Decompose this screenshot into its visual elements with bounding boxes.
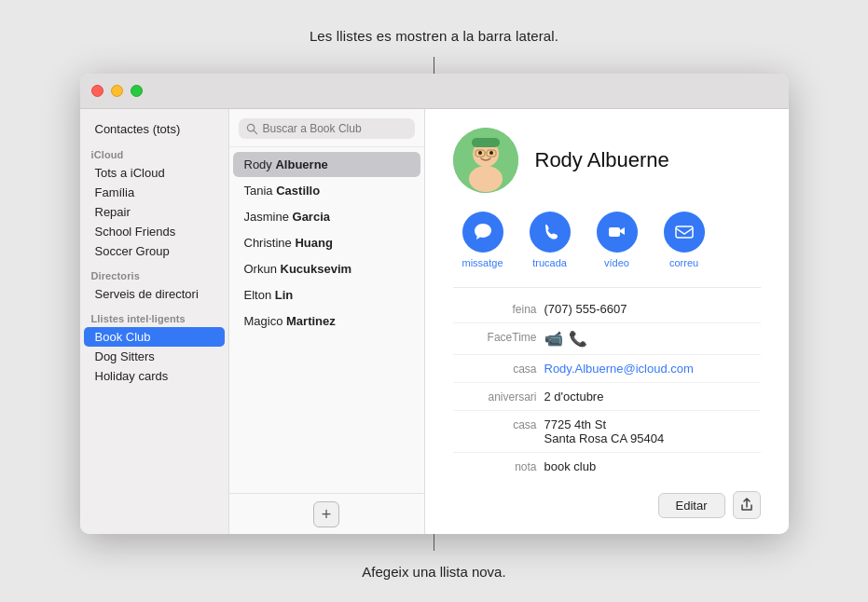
annotation-top: Les llistes es mostren a la barra latera… xyxy=(310,28,558,44)
list-item[interactable]: Magico Martinez xyxy=(233,308,420,334)
sidebar-section-llistes: Llistes intel·ligents xyxy=(80,304,228,327)
field-nota: nota book club xyxy=(453,453,761,480)
sidebar-item-book-club[interactable]: Book Club xyxy=(84,327,225,347)
list-item[interactable]: Elton Lin xyxy=(233,282,420,308)
edit-button[interactable]: Editar xyxy=(658,493,725,518)
svg-point-8 xyxy=(489,151,493,155)
field-label-casa-email: casa xyxy=(453,362,537,376)
field-label-facetime: FaceTime xyxy=(453,330,537,344)
minimize-button[interactable] xyxy=(111,85,123,97)
contact-list-pane: Rody Albuerne Tania Castillo Jasmine Gar… xyxy=(229,109,425,534)
field-value-nota: book club xyxy=(544,459,761,473)
main-layout: Contactes (tots) iCloud Tots a iCloud Fa… xyxy=(80,109,789,534)
search-bar xyxy=(229,109,424,147)
search-input[interactable] xyxy=(263,122,407,135)
avatar xyxy=(453,128,518,193)
field-value-feina: (707) 555-6607 xyxy=(544,302,761,316)
sidebar-item-serveis-directori[interactable]: Serveis de directori xyxy=(84,284,225,304)
call-label: trucada xyxy=(532,257,567,268)
sidebar: Contactes (tots) iCloud Tots a iCloud Fa… xyxy=(80,109,229,534)
sidebar-item-contacts-all[interactable]: Contactes (tots) xyxy=(84,118,225,140)
field-value-aniversari: 2 d'octubre xyxy=(544,390,761,404)
close-button[interactable] xyxy=(91,85,103,97)
mail-label: correu xyxy=(669,257,698,268)
list-item[interactable]: Christine Huang xyxy=(233,230,420,255)
field-casa-email: casa Rody.Albuerne@icloud.com xyxy=(453,355,761,383)
field-label-casa-address: casa xyxy=(453,417,537,431)
field-aniversari: aniversari 2 d'octubre xyxy=(453,383,761,411)
sidebar-item-tots-icloud[interactable]: Tots a iCloud xyxy=(84,163,225,183)
titlebar xyxy=(80,74,789,109)
svg-rect-6 xyxy=(472,138,500,147)
share-icon xyxy=(739,498,754,513)
call-action[interactable]: trucada xyxy=(530,212,571,268)
message-label: missatge xyxy=(462,257,503,268)
callout-line-top xyxy=(434,57,434,74)
sidebar-section-directoris: Directoris xyxy=(80,261,228,284)
search-icon xyxy=(246,123,258,135)
sidebar-item-holiday-cards[interactable]: Holiday cards xyxy=(84,366,225,386)
list-item[interactable]: Orkun Kucuksevim xyxy=(233,256,420,281)
detail-footer: Editar xyxy=(453,480,761,534)
facetime-phone-icon[interactable]: 📞 xyxy=(569,330,587,348)
sidebar-item-soccer-group[interactable]: Soccer Group xyxy=(84,241,225,261)
sidebar-item-repair[interactable]: Repair xyxy=(84,202,225,222)
video-action[interactable]: vídeo xyxy=(597,212,638,268)
maximize-button[interactable] xyxy=(131,85,143,97)
list-item[interactable]: Tania Castillo xyxy=(233,178,420,203)
field-casa-address: casa 7725 4th StSanta Rosa CA 95404 xyxy=(453,411,761,453)
field-label-nota: nota xyxy=(453,459,537,473)
annotation-bottom: Afegeix una llista nova. xyxy=(362,564,505,580)
svg-point-0 xyxy=(247,124,254,130)
search-input-wrap[interactable] xyxy=(239,118,415,139)
callout-line-bottom xyxy=(434,534,434,551)
svg-rect-12 xyxy=(609,227,620,237)
contact-list-footer: + xyxy=(229,493,424,534)
call-icon xyxy=(530,212,571,253)
app-window: Contactes (tots) iCloud Tots a iCloud Fa… xyxy=(80,74,789,534)
sidebar-item-familia[interactable]: Família xyxy=(84,183,225,202)
message-action[interactable]: missatge xyxy=(462,212,503,268)
field-label-aniversari: aniversari xyxy=(453,390,537,404)
svg-rect-13 xyxy=(676,226,693,238)
message-icon xyxy=(462,212,503,253)
avatar-image xyxy=(453,128,518,193)
svg-line-1 xyxy=(254,130,256,133)
field-value-casa-address: 7725 4th StSanta Rosa CA 95404 xyxy=(544,417,761,445)
field-value-facetime: 📹 📞 xyxy=(544,330,761,348)
field-facetime: FaceTime 📹 📞 xyxy=(453,323,761,355)
list-item[interactable]: Jasmine Garcia xyxy=(233,204,420,229)
contact-name: Rody Albuerne xyxy=(535,148,669,172)
detail-fields: feina (707) 555-6607 FaceTime 📹 📞 casa R… xyxy=(453,287,761,480)
svg-point-4 xyxy=(469,166,503,192)
mail-action[interactable]: correu xyxy=(664,212,705,268)
list-item[interactable]: Rody Albuerne xyxy=(233,152,420,177)
detail-header: Rody Albuerne xyxy=(453,128,761,193)
field-value-casa-email[interactable]: Rody.Albuerne@icloud.com xyxy=(544,362,761,376)
svg-point-7 xyxy=(478,151,482,155)
facetime-video-icon[interactable]: 📹 xyxy=(544,330,563,348)
video-icon xyxy=(597,212,638,253)
share-button[interactable] xyxy=(733,491,761,519)
sidebar-item-dog-sitters[interactable]: Dog Sitters xyxy=(84,347,225,366)
sidebar-item-school-friends[interactable]: School Friends xyxy=(84,222,225,241)
field-label-feina: feina xyxy=(453,302,537,316)
video-label: vídeo xyxy=(604,257,629,268)
mail-icon xyxy=(664,212,705,253)
action-icons: missatge trucada vídeo xyxy=(453,212,761,268)
add-list-button[interactable]: + xyxy=(313,501,339,527)
contact-list: Rody Albuerne Tania Castillo Jasmine Gar… xyxy=(229,147,424,493)
sidebar-section-icloud: iCloud xyxy=(80,140,228,163)
detail-pane: Rody Albuerne missatge trucada xyxy=(425,109,789,534)
field-feina: feina (707) 555-6607 xyxy=(453,295,761,323)
